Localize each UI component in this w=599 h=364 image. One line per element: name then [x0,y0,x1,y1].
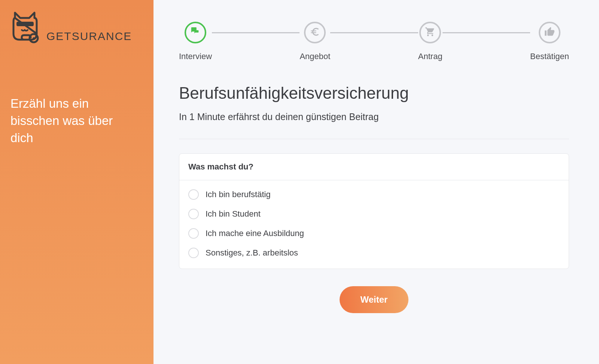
option-berufstaetig[interactable]: Ich bin berufstätig [188,185,560,204]
radio-icon [188,248,199,258]
options-list: Ich bin berufstätig Ich bin Student Ich … [179,180,569,269]
step-connector [212,32,300,33]
option-label: Ich mache eine Ausbildung [206,229,304,238]
stepper: Interview Angebot [179,22,569,61]
option-label: Ich bin Student [206,209,261,219]
radio-icon [188,209,199,219]
page-title: Berufsunfähigkeitsversicherung [179,84,569,103]
step-interview[interactable]: Interview [179,22,212,61]
sidebar-heading: Erzähl uns ein bisschen was über dich [10,95,134,147]
cart-icon [425,27,435,39]
step-label: Bestätigen [530,52,569,61]
section-divider [179,139,569,139]
radio-icon [188,228,199,239]
brand-logo: GETSURANCE [10,10,143,46]
step-label: Interview [179,52,212,61]
option-ausbildung[interactable]: Ich mache eine Ausbildung [188,224,560,243]
step-antrag[interactable]: Antrag [418,22,443,61]
sidebar: GETSURANCE Erzähl uns ein bisschen was ü… [0,0,153,364]
euro-icon [310,27,320,39]
step-connector [330,32,418,33]
option-label: Sonstiges, z.B. arbeitslos [206,248,298,258]
question-prompt: Was machst du? [179,154,569,180]
next-button[interactable]: Weiter [340,286,409,313]
svg-point-2 [33,37,35,39]
step-connector [443,32,530,33]
option-sonstiges[interactable]: Sonstiges, z.B. arbeitslos [188,243,560,263]
step-label: Angebot [300,52,330,61]
step-bestaetigen[interactable]: Bestätigen [530,22,569,61]
question-card: Was machst du? Ich bin berufstätig Ich b… [179,153,569,269]
option-label: Ich bin berufstätig [206,190,271,199]
brand-name: GETSURANCE [46,30,132,46]
cat-logo-icon [10,10,41,46]
radio-icon [188,189,199,200]
main-content: Interview Angebot [153,0,599,364]
step-angebot[interactable]: Angebot [300,22,330,61]
step-label: Antrag [418,52,443,61]
chat-icon [190,27,201,39]
option-student[interactable]: Ich bin Student [188,204,560,224]
svg-rect-0 [16,22,34,26]
page-subtitle: In 1 Minute erfährst du deinen günstigen… [179,111,569,122]
thumbs-up-icon [544,27,555,39]
